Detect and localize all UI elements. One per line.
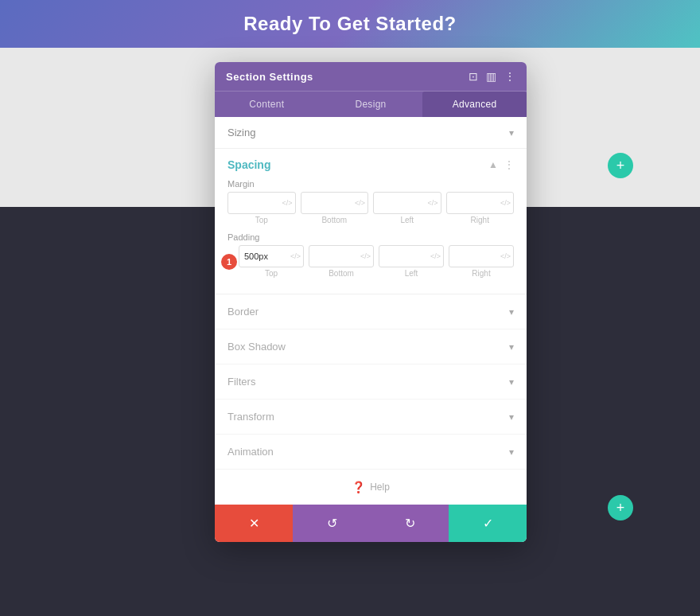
add-section-top-button[interactable]: + <box>608 153 633 178</box>
padding-top-wrap: </> Top <box>239 245 304 278</box>
margin-top-label: Top <box>255 216 268 224</box>
margin-top-code-icon: </> <box>282 199 292 207</box>
spacing-actions: ▲ ⋮ <box>488 159 514 170</box>
padding-right-wrap: </> Right <box>449 245 514 278</box>
panel-title: Section Settings <box>226 71 313 83</box>
sizing-chevron-icon: ▾ <box>509 127 514 138</box>
spacing-title: Spacing <box>228 158 270 171</box>
help-row[interactable]: ❓ Help <box>215 470 527 505</box>
add-section-bottom-button[interactable]: + <box>608 495 633 520</box>
spacing-header: Spacing ▲ ⋮ <box>228 158 514 171</box>
tab-design[interactable]: Design <box>319 92 423 117</box>
border-chevron-icon: ▾ <box>509 306 514 318</box>
box-shadow-chevron-icon: ▾ <box>509 341 514 353</box>
padding-badge: 1 <box>221 254 237 270</box>
transform-chevron-icon: ▾ <box>509 411 514 423</box>
help-icon: ❓ <box>352 481 365 493</box>
filters-section[interactable]: Filters ▾ <box>215 365 527 400</box>
margin-fields: </> Top </> Bottom </> <box>228 192 514 224</box>
filters-label: Filters <box>228 376 255 388</box>
redo-icon: ↻ <box>405 516 415 531</box>
panel-body: Sizing ▾ Spacing ▲ ⋮ Margin </> <box>215 117 527 505</box>
box-shadow-label: Box Shadow <box>228 341 286 353</box>
padding-top-label: Top <box>265 269 278 278</box>
box-shadow-section[interactable]: Box Shadow ▾ <box>215 329 527 365</box>
cancel-icon: ✕ <box>249 516 259 531</box>
section-settings-panel: Section Settings ⊡ ▥ ⋮ Content Design Ad… <box>215 62 527 542</box>
spacing-collapse-icon[interactable]: ▲ <box>488 159 498 170</box>
filters-chevron-icon: ▾ <box>509 376 514 388</box>
spacing-section: Spacing ▲ ⋮ Margin </> Top <box>215 149 527 294</box>
padding-right-label: Right <box>472 269 490 278</box>
margin-left-label: Left <box>400 216 414 224</box>
margin-right-label: Right <box>471 216 489 224</box>
columns-icon[interactable]: ▥ <box>486 70 496 83</box>
redo-button[interactable]: ↻ <box>371 505 449 542</box>
margin-left-wrap: </> Left <box>373 192 441 224</box>
animation-section[interactable]: Animation ▾ <box>215 435 527 470</box>
margin-top-wrap: </> Top <box>228 192 296 224</box>
border-label: Border <box>228 306 259 318</box>
transform-label: Transform <box>228 411 274 423</box>
sizing-section[interactable]: Sizing ▾ <box>215 117 527 149</box>
top-banner: Ready To Get Started? <box>0 0 700 48</box>
responsive-icon[interactable]: ⊡ <box>469 70 478 83</box>
margin-label: Margin <box>228 179 514 189</box>
sizing-label: Sizing <box>228 127 255 138</box>
cancel-button[interactable]: ✕ <box>215 505 293 542</box>
padding-top-code-icon: </> <box>290 252 301 260</box>
margin-left-code-icon: </> <box>427 199 438 207</box>
undo-button[interactable]: ↺ <box>293 505 371 542</box>
border-section[interactable]: Border ▾ <box>215 294 527 329</box>
banner-title: Ready To Get Started? <box>243 13 456 35</box>
help-label: Help <box>370 481 390 493</box>
tab-content[interactable]: Content <box>215 92 319 117</box>
padding-right-code-icon: </> <box>500 252 511 260</box>
panel-footer: ✕ ↺ ↻ ✓ <box>215 505 527 542</box>
save-icon: ✓ <box>483 516 493 531</box>
padding-group: Padding 1 </> Top <box>228 232 514 278</box>
spacing-menu-icon[interactable]: ⋮ <box>504 159 514 170</box>
panel-header-actions: ⊡ ▥ ⋮ <box>469 70 515 83</box>
animation-label: Animation <box>228 446 274 458</box>
padding-bottom-code-icon: </> <box>360 252 371 260</box>
padding-label: Padding <box>228 232 514 242</box>
animation-chevron-icon: ▾ <box>509 446 514 458</box>
padding-left-code-icon: </> <box>430 252 441 260</box>
padding-row-wrap: 1 </> Top </> <box>228 245 514 278</box>
save-button[interactable]: ✓ <box>449 505 527 542</box>
margin-bottom-wrap: </> Bottom <box>301 192 369 224</box>
margin-right-code-icon: </> <box>500 199 511 207</box>
padding-bottom-label: Bottom <box>329 269 354 278</box>
tab-advanced[interactable]: Advanced <box>422 92 527 117</box>
margin-right-wrap: </> Right <box>446 192 515 224</box>
padding-bottom-wrap: </> Bottom <box>309 245 374 278</box>
transform-section[interactable]: Transform ▾ <box>215 400 527 435</box>
panel-tabs: Content Design Advanced <box>215 91 527 117</box>
margin-bottom-code-icon: </> <box>355 199 365 207</box>
panel-header: Section Settings ⊡ ▥ ⋮ <box>215 62 527 91</box>
more-options-icon[interactable]: ⋮ <box>504 70 515 83</box>
margin-bottom-label: Bottom <box>321 216 347 224</box>
padding-left-wrap: </> Left <box>379 245 444 278</box>
margin-group: Margin </> Top </> Botto <box>228 179 514 224</box>
undo-icon: ↺ <box>327 516 337 531</box>
padding-fields: </> Top </> Bottom <box>228 245 514 278</box>
padding-left-label: Left <box>405 269 418 278</box>
